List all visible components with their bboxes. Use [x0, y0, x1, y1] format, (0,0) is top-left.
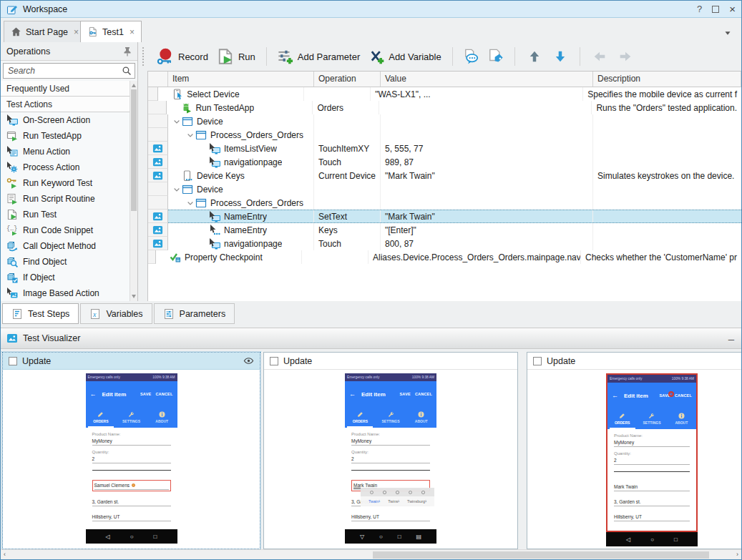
scroll-down-icon[interactable]: [132, 295, 136, 298]
sidebar-item-run-script-routine[interactable]: Run Script Routine: [1, 191, 137, 207]
scrollbar-thumb[interactable]: [131, 89, 137, 211]
table-row-selected[interactable]: NameEntry SetText "Mark Twain": [148, 210, 741, 223]
sidebar-item-image-based-action[interactable]: Image Based Action: [1, 285, 137, 301]
editor-toolbar: Record Run Add Parameter Add Variable: [138, 42, 741, 71]
frame-screenshot[interactable]: Emergency calls only 100% 9:38 AM ← Edit…: [3, 370, 260, 549]
scroll-right-icon[interactable]: ›: [736, 551, 738, 558]
record-button[interactable]: Record: [152, 46, 213, 67]
visualizer-image-icon[interactable]: [152, 143, 163, 154]
update-checkbox[interactable]: [270, 357, 278, 365]
window-icon: [195, 129, 207, 141]
phone-form: Product Name: MyMoney Quantity: 2 Samuel…: [86, 428, 177, 529]
frame-screenshot[interactable]: Emergency calls only 100% 9:38 AM ← Edit…: [527, 370, 742, 549]
visualizer-minimize-button[interactable]: –: [728, 333, 734, 345]
maximize-button[interactable]: [712, 6, 719, 13]
tab-test1-close-icon[interactable]: ×: [130, 27, 135, 37]
tab-test-steps[interactable]: Test Steps: [2, 303, 79, 324]
search-input[interactable]: [3, 63, 135, 79]
redo-icon[interactable]: [619, 50, 632, 63]
visualizer-image-icon[interactable]: [152, 170, 163, 181]
column-item[interactable]: Item: [168, 72, 314, 87]
phone-screenshot: Emergency calls only 100% 9:38 AM ← Edit…: [86, 373, 177, 544]
table-row[interactable]: navigationpage Touch 989, 87: [148, 155, 741, 169]
column-description[interactable]: Description: [593, 72, 741, 87]
eye-icon[interactable]: [243, 355, 254, 366]
update-checkbox[interactable]: [533, 357, 542, 365]
add-comment-button[interactable]: [459, 46, 484, 67]
add-label-button[interactable]: [484, 46, 508, 67]
table-row[interactable]: Device: [148, 114, 741, 128]
window-icon: [182, 116, 193, 127]
visualizer-image-icon[interactable]: [152, 225, 163, 235]
operations-list: Frequently Used Test Actions On-Screen A…: [1, 81, 137, 301]
group-test-actions[interactable]: Test Actions: [1, 97, 137, 112]
expand-chevron-icon[interactable]: [185, 199, 195, 207]
visualizer-frame-1[interactable]: Update Emergency calls only 100% 9:38 AM…: [2, 352, 260, 549]
run-button[interactable]: Run: [213, 46, 260, 67]
add-variable-button[interactable]: Add Variable: [364, 46, 445, 67]
tab-parameters[interactable]: Parameters: [154, 303, 235, 324]
undo-icon[interactable]: [593, 50, 606, 63]
sidebar-item-run-code-snippet[interactable]: Run Code Snippet: [1, 222, 137, 238]
move-down-icon[interactable]: [554, 50, 567, 63]
sidebar-item-find-object[interactable]: Find Object: [1, 254, 137, 270]
visualizer-image-icon[interactable]: [152, 157, 163, 167]
scrollbar-thumb[interactable]: [373, 551, 709, 559]
sidebar-item-if-object[interactable]: If Object: [1, 270, 137, 285]
run-keyword-test-icon: [6, 177, 18, 189]
help-button[interactable]: ?: [697, 4, 702, 14]
toolbar-grip[interactable]: [142, 47, 145, 66]
horizontal-scrollbar[interactable]: ‹ ›: [1, 549, 741, 559]
sidebar-item-run-keyword-test[interactable]: Run Keyword Test: [1, 175, 137, 191]
add-parameter-button[interactable]: Add Parameter: [273, 46, 364, 67]
expand-chevron-icon[interactable]: [171, 185, 182, 194]
tab-variables[interactable]: Variables: [80, 303, 152, 324]
phone-tab-about: ABOUT: [147, 407, 177, 428]
visualizer-frame-2[interactable]: Update Emergency calls only 100% 9:38 AM…: [263, 352, 518, 549]
sidebar-item-run-test[interactable]: Run Test: [1, 207, 137, 222]
table-row[interactable]: NameEntry Keys "[Enter]": [148, 223, 741, 237]
column-value[interactable]: Value: [381, 72, 593, 87]
warning-dot-icon: [132, 483, 135, 487]
expand-chevron-icon[interactable]: [171, 117, 182, 126]
group-frequently-used[interactable]: Frequently Used: [1, 81, 137, 97]
scroll-left-icon[interactable]: ‹: [4, 551, 6, 558]
tab-test1[interactable]: Test1 ×: [80, 21, 142, 42]
pin-icon[interactable]: [122, 46, 133, 57]
save-button: SAVE: [140, 392, 151, 396]
column-visualizer[interactable]: [148, 72, 168, 87]
table-row[interactable]: Run TestedApp Orders Runs the "Orders" t…: [148, 101, 741, 114]
sidebar-item-process-action[interactable]: Process Action: [1, 159, 137, 175]
frame-screenshot[interactable]: Emergency calls only 100% 9:38 AM ← Edit…: [264, 370, 517, 549]
table-row[interactable]: ItemsListView TouchItemXY 5, 555, 77: [148, 142, 741, 155]
tab-list-dropdown-icon[interactable]: [723, 28, 733, 38]
table-row[interactable]: Process_Orders_Orders: [148, 128, 741, 142]
column-operation[interactable]: Operation: [314, 72, 381, 87]
table-row[interactable]: Property Checkpoint Aliases.Device.Proce…: [148, 250, 741, 264]
sidebar-item-run-testedapp[interactable]: Run TestedApp: [1, 128, 137, 144]
suggestion-bar: Twain¹ Twins¹ Twinsburg¹: [361, 496, 434, 506]
expand-chevron-icon[interactable]: [185, 131, 195, 139]
operations-header: Operations: [1, 42, 137, 61]
table-row[interactable]: Device Keys Current Device "Mark Twain" …: [148, 169, 741, 182]
close-button[interactable]: ×: [729, 3, 736, 15]
suggestion-1: Twain¹: [368, 499, 380, 503]
move-up-icon[interactable]: [528, 50, 541, 63]
sidebar-scrollbar[interactable]: [130, 81, 137, 301]
phone-status-bar: Emergency calls only 100% 9:38 AM: [345, 373, 436, 381]
workspace-window: Workspace ? × Start Page × Test1 × Opera…: [0, 0, 742, 560]
sidebar-item-menu-action[interactable]: Menu Action: [1, 144, 137, 159]
visualizer-image-icon[interactable]: [152, 211, 163, 222]
table-row[interactable]: navigationpage Touch 800, 87: [148, 237, 741, 250]
table-row[interactable]: Process_Orders_Orders: [148, 196, 741, 210]
table-row[interactable]: Select Device "WAS-LX1", ... Specifies t…: [148, 87, 741, 101]
tab-start-page[interactable]: Start Page ×: [4, 21, 86, 42]
scroll-up-icon[interactable]: [132, 84, 136, 87]
sidebar-item-onscreen-action[interactable]: On-Screen Action: [1, 112, 137, 128]
update-checkbox[interactable]: [9, 357, 17, 365]
sidebar-item-call-object-method[interactable]: Call Object Method: [1, 238, 137, 254]
visualizer-frame-3[interactable]: Update Emergency calls only 100% 9:38 AM…: [527, 352, 742, 549]
tab-start-page-close-icon[interactable]: ×: [74, 27, 79, 37]
visualizer-image-icon[interactable]: [152, 238, 163, 249]
table-row[interactable]: Device: [148, 182, 741, 196]
